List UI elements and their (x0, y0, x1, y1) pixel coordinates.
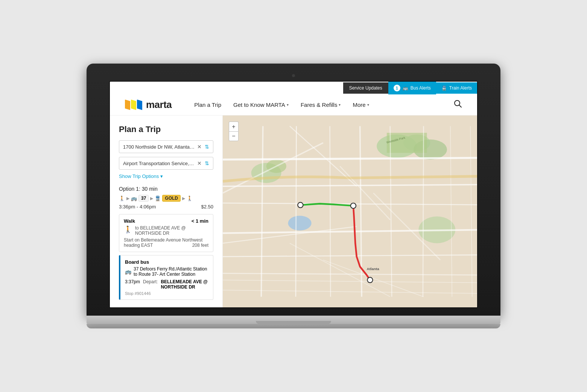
time-cost-row: 3:36pm - 4:06pm $2.50 (119, 204, 213, 210)
to-input-icons: ✕ ⇅ (197, 160, 209, 166)
train-alerts-button[interactable]: 🚆 Train Alerts (436, 82, 477, 94)
chevron-down-icon: ▾ (160, 173, 163, 179)
chevron-down-icon: ▾ (287, 103, 289, 107)
laptop-container: Service Updates 1 🚌 Bus Alerts 🚆 Train A… (87, 64, 500, 328)
laptop-stand (87, 324, 500, 328)
main-nav: marta Plan a Trip Get to Know MARTA ▾ Fa… (110, 94, 477, 115)
svg-line-20 (296, 126, 297, 297)
walk-step-header: Walk < 1 min (124, 218, 208, 224)
flag-blue (137, 100, 142, 110)
svg-line-21 (330, 126, 331, 297)
clear-to-icon[interactable]: ✕ (197, 160, 202, 166)
search-button[interactable] (454, 100, 462, 110)
clear-from-icon[interactable]: ✕ (197, 144, 202, 150)
svg-point-36 (367, 277, 373, 283)
depart-stop: BELLEMEADE AVE @ NORTHSIDE DR (161, 279, 208, 290)
flag-orange (125, 100, 130, 110)
nav-plan-trip[interactable]: Plan a Trip (194, 102, 221, 108)
logo-text: marta (146, 99, 172, 111)
bus-alerts-button[interactable]: 1 🚌 Bus Alerts (388, 82, 436, 94)
chevron-down-icon: ▾ (367, 103, 369, 107)
top-bar: Service Updates 1 🚌 Bus Alerts 🚆 Train A… (110, 82, 477, 94)
show-trip-options-label: Show Trip Options (119, 173, 159, 179)
arrow-icon: ▶ (126, 196, 129, 201)
time-range: 3:36pm - 4:06pm (119, 204, 156, 210)
bus-icon-small: 🚌 (125, 269, 131, 275)
train-route-icon: 🚆 (155, 196, 161, 201)
pedestrian-icon: 🚶 (124, 225, 132, 234)
to-value: Airport Transportation Service, 11... (123, 161, 195, 166)
swap-icon[interactable]: ⇅ (205, 144, 209, 150)
gold-line-badge: GOLD (162, 195, 181, 202)
zoom-out-button[interactable]: − (229, 131, 239, 141)
route-number-badge: 37 (138, 195, 149, 202)
show-trip-options-button[interactable]: Show Trip Options ▾ (119, 173, 213, 179)
walk-direction: Start on Bellemeade Avenue Northwest hea… (124, 237, 202, 248)
walk-distance: 208 feet (192, 243, 208, 248)
train-icon: 🚆 (441, 85, 447, 91)
arrow-icon3: ▶ (182, 196, 185, 201)
train-alerts-label: Train Alerts (449, 85, 472, 91)
map-controls: + − (229, 122, 239, 141)
walk-destination: to BELLEMEADE AVE @ NORTHSIDE DR (135, 225, 208, 236)
main-content: Plan a Trip 1700 Northside Dr NW, Atlant… (110, 115, 477, 307)
route-icons: 🚶 ▶ 🚌 37 ▶ 🚆 GOLD ▶ 🚶 (119, 195, 213, 202)
trip-cost: $2.50 (201, 204, 213, 210)
service-updates-button[interactable]: Service Updates (343, 82, 388, 94)
laptop-screen: Service Updates 1 🚌 Bus Alerts 🚆 Train A… (109, 81, 478, 308)
arrow-icon2: ▶ (150, 196, 153, 201)
board-time-row: 3:37pm Depart: BELLEMEADE AVE @ NORTHSID… (125, 279, 208, 290)
walk-icon: 🚶 (119, 196, 125, 201)
board-bus-card: Board bus 🚌 37 Defoors Ferry Rd./Atlanti… (119, 255, 213, 300)
bus-icon: 🚌 (403, 85, 408, 91)
page-title: Plan a Trip (119, 125, 213, 134)
chevron-down-icon: ▾ (339, 103, 341, 107)
bus-route-icon: 🚌 (131, 196, 137, 201)
nav-links: Plan a Trip Get to Know MARTA ▾ Fares & … (194, 102, 454, 108)
svg-text:Atlanta: Atlanta (366, 267, 379, 271)
nav-more[interactable]: More ▾ (353, 102, 369, 108)
trip-planner-sidebar: Plan a Trip 1700 Northside Dr NW, Atlant… (110, 115, 223, 307)
depart-time: 3:37pm (125, 279, 140, 290)
walk-step-detail: 🚶 to BELLEMEADE AVE @ NORTHSIDE DR (124, 225, 208, 236)
depart-label: Depart: (143, 279, 158, 290)
laptop-camera (292, 74, 295, 77)
swap-icon2[interactable]: ⇅ (205, 160, 209, 166)
logo-flag (125, 100, 142, 110)
from-input[interactable]: 1700 Northside Dr NW, Atlanta, G... ✕ ⇅ (119, 140, 213, 153)
from-value: 1700 Northside Dr NW, Atlanta, G... (123, 144, 195, 150)
nav-fares-refills[interactable]: Fares & Refills ▾ (301, 102, 341, 108)
map-area: Atlanta Westside Park + − (223, 115, 477, 307)
walk-label: Walk (124, 218, 135, 224)
bus-alerts-label: Bus Alerts (411, 85, 431, 91)
flag-yellow (131, 100, 136, 110)
laptop-body: Service Updates 1 🚌 Bus Alerts 🚆 Train A… (87, 64, 500, 316)
to-input[interactable]: Airport Transportation Service, 11... ✕ … (119, 157, 213, 170)
from-input-icons: ✕ ⇅ (197, 144, 209, 150)
walk-duration: < 1 min (192, 218, 208, 224)
map-svg: Atlanta Westside Park (223, 115, 477, 307)
walk-step-card: Walk < 1 min 🚶 to BELLEMEADE AVE @ NORTH… (119, 214, 213, 252)
walk-icon2: 🚶 (187, 196, 193, 201)
svg-rect-6 (387, 133, 427, 153)
board-route-desc: 37 Defoors Ferry Rd./Atlantic Station to… (134, 266, 208, 277)
walk-sub-detail: Start on Bellemeade Avenue Northwest hea… (124, 237, 208, 248)
laptop-base (87, 316, 500, 324)
svg-point-34 (298, 202, 303, 208)
svg-line-1 (459, 105, 461, 107)
option-header: Option 1: 30 min (119, 186, 213, 192)
svg-line-24 (423, 126, 424, 297)
svg-point-35 (351, 203, 356, 208)
svg-point-10 (288, 216, 311, 231)
logo[interactable]: marta (125, 99, 172, 111)
zoom-in-button[interactable]: + (229, 122, 239, 131)
nav-get-to-know[interactable]: Get to Know MARTA ▾ (233, 102, 289, 108)
stop-number: Stop #901446 (125, 291, 208, 296)
board-header: Board bus (125, 259, 208, 265)
board-route-info: 🚌 37 Defoors Ferry Rd./Atlantic Station … (125, 266, 208, 277)
bus-alerts-badge: 1 (394, 85, 400, 91)
